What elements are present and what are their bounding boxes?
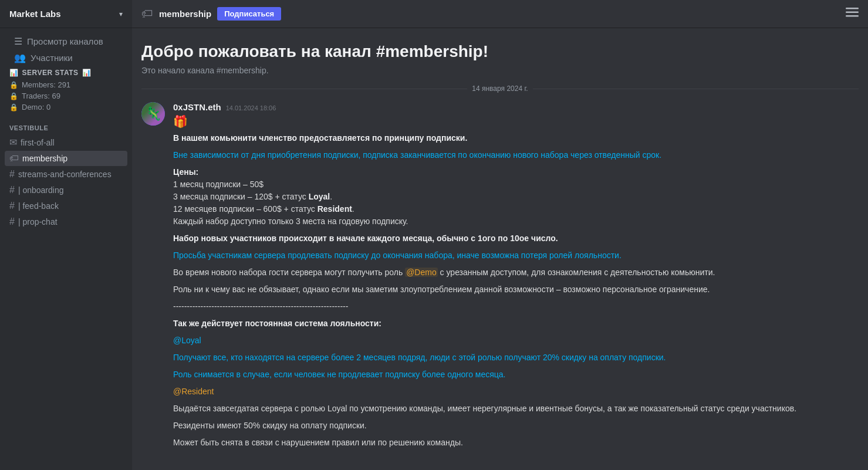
text-paragraph: Выдаётся завсегдатая сервера с ролью Loy… <box>173 403 859 415</box>
text-paragraph: В нашем комьюнити членство предоставляет… <box>173 132 859 144</box>
sidebar-item-label: Просмотр каналов <box>27 36 103 46</box>
text-blue: Вне зависимости от дня приобретения подп… <box>173 150 661 160</box>
channel-label: first-of-all <box>21 138 55 147</box>
text-paragraph: @Loyal <box>173 334 859 347</box>
sidebar-item-label: Участники <box>31 53 73 63</box>
channel-label: streams-and-conferences <box>18 170 112 179</box>
main-area: 🏷 membership Подписаться Добро пожаловат… <box>132 0 868 470</box>
sidebar-item-membership[interactable]: 🏷 membership <box>5 151 127 166</box>
sidebar-item-browse-channels[interactable]: ☰ Просмотр каналов <box>5 33 127 49</box>
stats-chart-icon: 📊 <box>9 69 19 77</box>
text-bold: В нашем комьюнити членство предоставляет… <box>173 133 467 143</box>
members-stat: 🔒 Members: 291 <box>9 79 123 90</box>
sidebar-item-prop-chat[interactable]: # | prop-chat <box>5 214 127 229</box>
hash-icon: # <box>9 185 15 195</box>
channel-label: membership <box>22 154 67 163</box>
stats-header: 📊 SERVER STATS 📊 <box>9 69 123 77</box>
sidebar-item-members[interactable]: 👥 Участники <box>5 50 127 66</box>
message-author: 0xJSTN.eth <box>173 102 221 112</box>
text-paragraph: Роль ни к чему вас не обязывает, однако … <box>173 283 859 296</box>
hash-icon: # <box>9 201 15 211</box>
text-bold: Так же действует постоянная система лоял… <box>173 319 381 328</box>
welcome-subtitle: Это начало канала #membership. <box>141 66 859 75</box>
topbar: 🏷 membership Подписаться <box>132 0 868 28</box>
message-block: 🦎 0xJSTN.eth 14.01.2024 18:06 🎁 В нашем … <box>141 102 859 449</box>
sidebar-item-onboarding[interactable]: # | onboarding <box>5 182 127 198</box>
text-bold: Loyal <box>309 192 330 201</box>
members-count-label: Members: 291 <box>22 80 70 89</box>
subscribe-button[interactable]: Подписаться <box>217 7 281 21</box>
channel-tag-icon: 🏷 <box>141 7 153 21</box>
channel-label: | feed-back <box>18 201 59 211</box>
chevron-down-icon: ▾ <box>119 10 123 18</box>
text-paragraph: Так же действует постоянная система лоял… <box>173 317 859 330</box>
resident-mention: @Resident <box>173 387 214 396</box>
text-divider: ----------------------------------------… <box>173 300 859 313</box>
sidebar-nav: ☰ Просмотр каналов 👥 Участники <box>0 33 132 66</box>
message-emoji: 🎁 <box>173 114 859 129</box>
channel-label: | prop-chat <box>18 217 58 226</box>
text-paragraph: Цены: 1 месяц подписки – 50$ 3 месяца по… <box>173 166 859 228</box>
demo-stat: 🔒 Demo: 0 <box>9 102 123 113</box>
text-bold: Цены: <box>173 167 198 177</box>
text-blue: Просьба участникам сервера продлевать по… <box>173 251 622 260</box>
text-paragraph: Набор новых участников происходит в нача… <box>173 232 859 245</box>
stats-label: SERVER STATS <box>22 69 79 77</box>
separator-line-right <box>533 89 859 89</box>
stats-icon2: 📊 <box>82 69 92 77</box>
content-area: Добро пожаловать на канал #membership! Э… <box>132 28 868 470</box>
text-paragraph: Во время нового набора гости сервера мог… <box>173 266 859 279</box>
announcement-icon: ✉ <box>9 137 17 148</box>
message-time: 14.01.2024 18:06 <box>226 104 276 111</box>
lock-icon: 🔒 <box>9 81 18 89</box>
svg-rect-1 <box>846 12 859 13</box>
text-paragraph: Роль снимается в случае, если человек не… <box>173 368 859 381</box>
welcome-title: Добро пожаловать на канал #membership! <box>141 42 859 61</box>
text-paragraph: Получают все, кто находятся на сервере б… <box>173 351 859 364</box>
avatar-image: 🦎 <box>141 102 165 126</box>
text-paragraph: Может быть снята в связи с нарушением пр… <box>173 437 859 449</box>
text-paragraph: Просьба участникам сервера продлевать по… <box>173 249 859 262</box>
svg-rect-0 <box>846 8 859 9</box>
svg-rect-2 <box>846 15 859 17</box>
text-paragraph: Резиденты имеют 50% скидку на оплату под… <box>173 420 859 432</box>
separator-line-left <box>141 89 467 89</box>
server-header[interactable]: Market Labs ▾ <box>0 0 132 28</box>
list-icon: ☰ <box>14 36 22 47</box>
text-blue: Роль снимается в случае, если человек не… <box>173 370 506 379</box>
server-name: Market Labs <box>9 9 61 19</box>
lock-icon: 🔒 <box>9 92 18 100</box>
text-paragraph: @Resident <box>173 386 859 398</box>
message-content: 0xJSTN.eth 14.01.2024 18:06 🎁 В нашем ко… <box>173 102 859 449</box>
hash-icon: # <box>9 217 15 227</box>
sidebar-item-streams-and-conferences[interactable]: # streams-and-conferences <box>5 167 127 182</box>
people-icon: 👥 <box>14 52 26 63</box>
avatar: 🦎 <box>141 102 165 126</box>
demo-count-label: Demo: 0 <box>22 103 50 111</box>
text-bold: Resident <box>318 204 352 214</box>
text-paragraph: Вне зависимости от дня приобретения подп… <box>173 149 859 161</box>
topbar-channel-name: membership <box>159 9 211 19</box>
text-bold: Набор новых участников происходит в нача… <box>173 234 558 243</box>
channel-list: ✉ first-of-all 🏷 membership # streams-an… <box>0 134 132 230</box>
message-header: 0xJSTN.eth 14.01.2024 18:06 <box>173 102 859 112</box>
sidebar-item-feed-back[interactable]: # | feed-back <box>5 198 127 214</box>
lock-icon: 🔒 <box>9 103 18 111</box>
message-text: В нашем комьюнити членство предоставляет… <box>173 132 859 449</box>
demo-mention: @Demo <box>405 268 438 277</box>
loyal-mention: @Loyal <box>173 336 201 345</box>
sidebar: Market Labs ▾ ☰ Просмотр каналов 👥 Участ… <box>0 0 132 470</box>
channel-label: | onboarding <box>18 185 64 195</box>
tag-icon: 🏷 <box>9 153 19 164</box>
hash-icon: # <box>9 169 15 180</box>
vestibule-section-label: VESTIBULE <box>0 115 132 134</box>
text-blue: Получают все, кто находятся на сервере б… <box>173 353 666 362</box>
date-separator-text: 14 января 2024 г. <box>472 84 528 93</box>
topbar-menu-icon[interactable] <box>846 8 859 20</box>
traders-stat: 🔒 Traders: 69 <box>9 90 123 102</box>
server-stats-block: 📊 SERVER STATS 📊 🔒 Members: 291 🔒 Trader… <box>0 66 132 115</box>
date-separator: 14 января 2024 г. <box>141 84 859 93</box>
traders-count-label: Traders: 69 <box>22 92 60 100</box>
topbar-left: 🏷 membership Подписаться <box>141 7 281 21</box>
sidebar-item-first-of-all[interactable]: ✉ first-of-all <box>5 134 127 150</box>
